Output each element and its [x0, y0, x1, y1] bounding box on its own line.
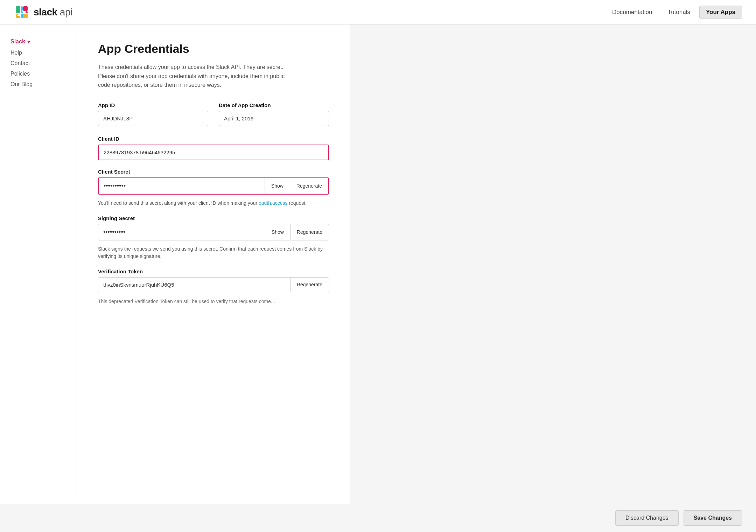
footer-bar: Discard Changes Save Changes: [0, 504, 756, 532]
signing-secret-group: Signing Secret Show Regenerate Slack sig…: [98, 215, 329, 260]
svg-rect-8: [21, 6, 23, 11]
verification-token-input[interactable]: [98, 278, 290, 292]
sidebar: Slack ♥ Help Contact Policies Our Blog: [0, 24, 77, 532]
client-id-group: Client ID: [98, 136, 329, 160]
app-id-group: App ID: [98, 102, 208, 126]
svg-rect-5: [16, 16, 20, 18]
date-label: Date of App Creation: [219, 102, 329, 108]
svg-rect-9: [23, 14, 28, 18]
discard-changes-button[interactable]: Discard Changes: [615, 510, 679, 526]
client-secret-input[interactable]: [99, 178, 265, 194]
client-secret-group: Client Secret Show Regenerate You'll nee…: [98, 169, 329, 207]
date-input[interactable]: [219, 111, 329, 126]
verification-token-label: Verification Token: [98, 268, 329, 274]
sidebar-item-our-blog[interactable]: Our Blog: [10, 79, 66, 90]
client-id-input[interactable]: [98, 145, 329, 160]
page-description: These credentials allow your app to acce…: [98, 63, 294, 90]
oauth-access-link[interactable]: oauth.access: [259, 200, 288, 206]
logo-light: api: [60, 7, 72, 18]
sidebar-item-policies[interactable]: Policies: [10, 69, 66, 79]
signing-secret-label: Signing Secret: [98, 215, 329, 221]
signing-secret-show-button[interactable]: Show: [265, 224, 290, 240]
page-layout: Slack ♥ Help Contact Policies Our Blog A…: [0, 24, 756, 532]
svg-rect-1: [16, 11, 20, 13]
logo-text: slack api: [34, 7, 72, 18]
verification-token-regenerate-button[interactable]: Regenerate: [290, 278, 329, 292]
logo: slack api: [14, 5, 72, 20]
logo-bold: slack: [34, 7, 57, 18]
header: slack api Documentation Tutorials Your A…: [0, 0, 756, 24]
nav-documentation[interactable]: Documentation: [606, 6, 658, 19]
nav-your-apps[interactable]: Your Apps: [699, 6, 742, 19]
slack-logo-icon: [14, 5, 29, 20]
sidebar-item-contact[interactable]: Contact: [10, 58, 66, 69]
client-secret-regenerate-button[interactable]: Regenerate: [290, 178, 328, 194]
sidebar-slack-heart: ♥: [27, 39, 30, 44]
sidebar-item-help[interactable]: Help: [10, 48, 66, 58]
sidebar-slack-label: Slack: [10, 38, 25, 45]
svg-rect-6: [21, 11, 23, 13]
svg-rect-3: [26, 11, 28, 13]
signing-secret-hint: Slack signs the requests we send you usi…: [98, 245, 329, 260]
main-content: App Credentials These credentials allow …: [77, 24, 350, 532]
signing-secret-regenerate-button[interactable]: Regenerate: [290, 224, 329, 240]
svg-rect-0: [16, 6, 20, 11]
svg-rect-4: [16, 14, 18, 16]
hint-after: request.: [287, 200, 306, 206]
sidebar-item-slack[interactable]: Slack ♥: [10, 38, 66, 45]
signing-secret-input[interactable]: [98, 224, 265, 240]
client-secret-hint: You'll need to send this secret along wi…: [98, 200, 329, 207]
page-title: App Credentials: [98, 42, 329, 56]
client-secret-label: Client Secret: [98, 169, 329, 175]
client-secret-wrapper: Show Regenerate: [98, 177, 329, 195]
deprecated-hint: This deprecated Verification Token can s…: [98, 298, 329, 305]
svg-rect-7: [21, 14, 23, 18]
hint-before: You'll need to send this secret along wi…: [98, 200, 259, 206]
signing-secret-wrapper: Show Regenerate: [98, 224, 329, 240]
header-nav: Documentation Tutorials Your Apps: [606, 6, 742, 19]
verification-token-wrapper: Regenerate: [98, 277, 329, 292]
svg-rect-2: [23, 6, 28, 11]
save-changes-button[interactable]: Save Changes: [684, 510, 742, 526]
app-id-date-row: App ID Date of App Creation: [98, 102, 329, 126]
app-id-input[interactable]: [98, 111, 208, 126]
nav-tutorials[interactable]: Tutorials: [661, 6, 696, 19]
app-id-label: App ID: [98, 102, 208, 108]
verification-token-group: Verification Token Regenerate This depre…: [98, 268, 329, 305]
client-id-label: Client ID: [98, 136, 329, 142]
client-secret-show-button[interactable]: Show: [265, 178, 290, 194]
date-group: Date of App Creation: [219, 102, 329, 126]
